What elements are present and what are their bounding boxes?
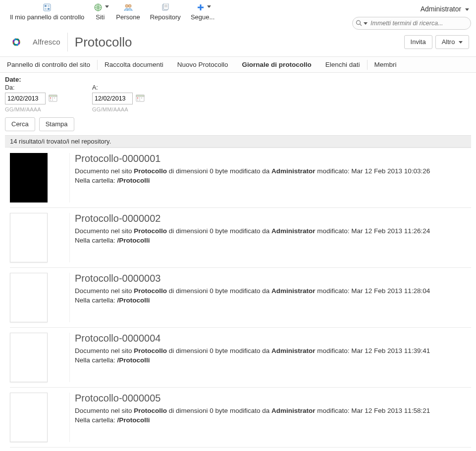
svg-rect-29 [54, 98, 55, 99]
sitenav-doclib[interactable]: Raccolta documenti [98, 57, 170, 72]
nav-sites-label: Siti [96, 13, 105, 21]
result-title[interactable]: Protocollo-0000005 [75, 393, 471, 404]
plus-icon [197, 3, 208, 12]
other-button[interactable]: Altro [435, 35, 469, 49]
result-item: Protocollo-0000005Documento nel sito Pro… [10, 388, 471, 448]
svg-point-24 [14, 40, 18, 44]
sitenav-elenchi[interactable]: Elenchi dati [318, 57, 367, 72]
repository-icon [161, 3, 169, 12]
nav-sites[interactable]: Siti [89, 3, 111, 21]
result-item: Protocollo-0000003Documento nel sito Pro… [10, 268, 471, 328]
nav-repository-label: Repository [150, 13, 181, 21]
search-box[interactable] [352, 17, 471, 30]
svg-rect-37 [137, 100, 138, 100]
other-button-label: Altro [442, 38, 455, 46]
document-thumbnail[interactable] [10, 273, 48, 322]
svg-point-6 [125, 4, 128, 7]
nav-my-dashboard-label: Il mio pannello di controllo [10, 13, 84, 21]
sitenav-dashboard[interactable]: Pannello di controllo del sito [0, 57, 97, 72]
svg-rect-26 [49, 95, 57, 97]
svg-rect-9 [163, 3, 168, 9]
sitenav-giornale[interactable]: Giornale di protocollo [235, 57, 318, 72]
svg-rect-1 [45, 5, 47, 7]
result-folder: Nella cartella: /Protocolli [75, 416, 471, 424]
svg-rect-35 [139, 98, 140, 99]
date-format-hint: GG/MM/AAAA [5, 106, 57, 112]
dashboard-icon [43, 3, 51, 12]
svg-point-15 [357, 21, 361, 25]
document-thumbnail[interactable] [10, 213, 48, 262]
svg-rect-36 [141, 98, 142, 99]
result-folder: Nella cartella: /Protocolli [75, 237, 471, 244]
sitenav-nuovo[interactable]: Nuovo Protocollo [170, 57, 235, 72]
date-to-input[interactable] [92, 93, 133, 104]
result-folder: Nella cartella: /Protocolli [75, 177, 471, 184]
nav-repository[interactable]: Repository [145, 3, 186, 21]
svg-rect-3 [45, 8, 47, 10]
svg-rect-4 [48, 8, 50, 10]
result-folder: Nella cartella: /Protocolli [75, 297, 471, 304]
date-from-input[interactable] [5, 93, 46, 104]
nav-my-dashboard[interactable]: Il mio pannello di controllo [5, 3, 89, 21]
chevron-down-icon [465, 8, 469, 11]
svg-point-7 [128, 4, 131, 7]
result-meta: Documento nel sito Protocollo di dimensi… [75, 287, 471, 295]
result-title[interactable]: Protocollo-0000001 [75, 153, 471, 164]
result-title[interactable]: Protocollo-0000003 [75, 273, 471, 284]
result-meta: Documento nel sito Protocollo di dimensi… [75, 407, 471, 414]
site-nav: Pannello di controllo del sito Raccolta … [0, 56, 476, 73]
svg-line-16 [360, 24, 362, 26]
result-item: Protocollo-0000002Documento nel sito Pro… [10, 208, 471, 268]
results-summary: 14 risultato/i trovato/i nel repository. [5, 135, 471, 148]
alfresco-logo-icon [7, 33, 26, 51]
chevron-down-icon [105, 5, 109, 8]
nav-more[interactable]: Segue... [186, 3, 219, 21]
search-button[interactable]: Cerca [5, 117, 35, 131]
nav-people-label: Persone [116, 13, 140, 21]
nav-more-label: Segue... [191, 13, 214, 21]
filter-title: Date: [5, 76, 471, 83]
svg-rect-2 [48, 5, 50, 7]
svg-rect-31 [52, 100, 53, 100]
site-title: Protocollo [75, 35, 132, 50]
user-name: Administrator [421, 5, 461, 13]
result-item: Protocollo-0000004Documento nel sito Pro… [10, 328, 471, 388]
result-meta: Documento nel sito Protocollo di dimensi… [75, 167, 471, 175]
svg-rect-38 [139, 100, 140, 100]
svg-rect-28 [52, 98, 53, 99]
calendar-icon[interactable] [136, 94, 145, 104]
from-label: Da: [5, 84, 57, 91]
result-item: Protocollo-0000006Documento nel sito Pro… [10, 448, 471, 451]
sitenav-membri[interactable]: Membri [368, 57, 404, 72]
brand-name: Alfresco [33, 33, 68, 51]
chevron-down-icon [364, 22, 368, 25]
svg-rect-33 [136, 95, 144, 97]
result-item: Protocollo-0000001Documento nel sito Pro… [10, 148, 471, 208]
to-label: A: [92, 84, 145, 91]
svg-rect-30 [50, 100, 51, 100]
result-folder: Nella cartella: /Protocolli [75, 356, 471, 364]
search-icon[interactable] [356, 20, 368, 27]
calendar-icon[interactable] [49, 94, 57, 104]
result-meta: Documento nel sito Protocollo di dimensi… [75, 227, 471, 235]
print-button[interactable]: Stampa [39, 117, 74, 131]
nav-people[interactable]: Persone [111, 3, 145, 21]
result-meta: Documento nel sito Protocollo di dimensi… [75, 347, 471, 354]
invite-button[interactable]: Invita [404, 35, 432, 49]
document-thumbnail[interactable] [10, 333, 48, 382]
svg-rect-34 [137, 98, 138, 99]
people-icon [124, 3, 133, 12]
result-title[interactable]: Protocollo-0000004 [75, 333, 471, 344]
search-input[interactable] [368, 19, 467, 27]
user-menu[interactable]: Administrator [421, 5, 471, 13]
chevron-down-icon [207, 5, 211, 8]
globe-icon [94, 3, 106, 12]
document-thumbnail[interactable] [10, 153, 48, 202]
result-title[interactable]: Protocollo-0000002 [75, 213, 471, 224]
date-format-hint: GG/MM/AAAA [92, 106, 145, 112]
chevron-down-icon [459, 41, 463, 44]
svg-rect-27 [50, 98, 51, 99]
document-thumbnail[interactable] [10, 393, 48, 442]
